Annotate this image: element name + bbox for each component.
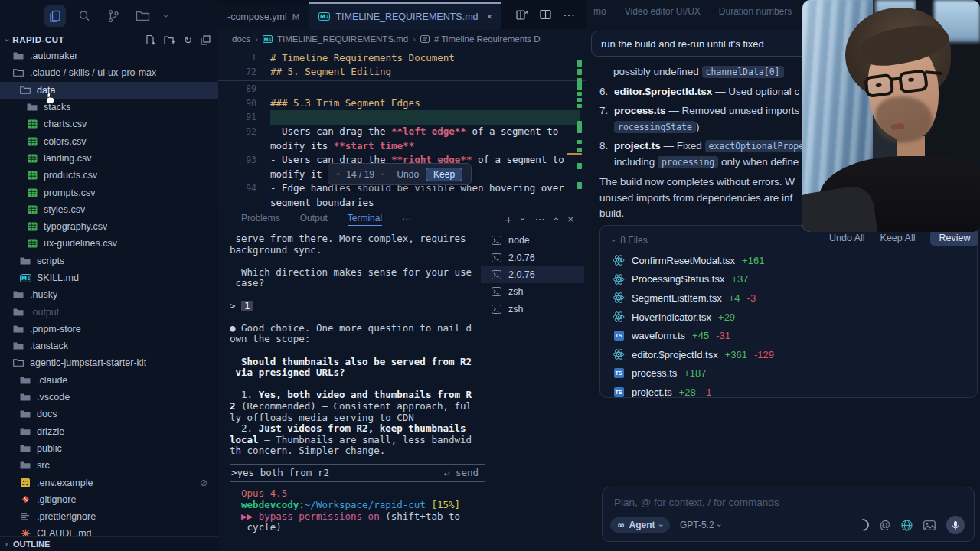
tree-item-automaker[interactable]: .automaker: [0, 47, 218, 64]
tree-item-colors-csv[interactable]: colors.csv: [0, 132, 218, 149]
terminal-session-2-0-76[interactable]: 2.0.76: [481, 266, 584, 283]
breadcrumb[interactable]: docs › M↓ TIMELINE_REQUIREMENTS.md › # T…: [218, 29, 586, 49]
chevron-down-icon[interactable]: ›: [161, 5, 172, 27]
tab-output[interactable]: Output: [300, 213, 328, 225]
image-icon[interactable]: [923, 520, 936, 530]
open-changes-icon[interactable]: [516, 9, 528, 21]
terminal-session-2-0-76[interactable]: 2.0.76: [481, 249, 584, 266]
chat-input-box[interactable]: Plan, @ for context, / for commands ∞ Ag…: [602, 487, 975, 542]
breadcrumb-file[interactable]: TIMELINE_REQUIREMENTS.md: [277, 34, 408, 44]
changed-file-segmentlistitem-tsx[interactable]: SegmentListItem.tsx+4-3: [612, 289, 977, 308]
keep-button[interactable]: Keep: [426, 168, 462, 181]
terminal-output[interactable]: serve from there. More complex, requires…: [230, 233, 485, 533]
tree-item-label: .tanstack: [30, 341, 68, 351]
tree-item-data[interactable]: data: [0, 82, 218, 99]
search-icon[interactable]: [74, 5, 95, 27]
user-message-text: run the build and re-run until it's fixe…: [601, 38, 764, 50]
maximize-panel-icon[interactable]: ›: [550, 217, 561, 220]
more-actions-icon[interactable]: ⋯: [563, 8, 575, 22]
tree-item-prettierignore[interactable]: .prettierignore: [0, 508, 218, 525]
split-editor-icon[interactable]: [540, 9, 551, 20]
outline-label: OUTLINE: [13, 540, 50, 549]
files-count-label: 8 Files: [620, 235, 647, 246]
terminal-session-zsh[interactable]: zsh: [481, 301, 584, 318]
project-header[interactable]: › RAPID-CUT ↻: [6, 32, 211, 47]
undo-all-button[interactable]: Undo All: [829, 233, 865, 243]
chevron-down-icon: ›: [657, 523, 665, 526]
tree-item-src[interactable]: src: [0, 457, 218, 474]
tab-timeline-requirements-md[interactable]: M↓ TIMELINE_REQUIREMENTS.md ×: [309, 2, 501, 29]
tree-item-docs[interactable]: docs: [0, 406, 218, 422]
editor-content[interactable]: 1# Timeline Requirements Document72## 5.…: [218, 49, 586, 207]
outline-section[interactable]: › OUTLINE: [0, 536, 218, 551]
tree-item-charts-csv[interactable]: charts.csv: [0, 116, 218, 132]
chat-tab-more[interactable]: mo: [593, 6, 606, 17]
tree-item-products-csv[interactable]: products.csv: [0, 167, 218, 184]
tab-compose-yml[interactable]: -compose.yml M: [218, 4, 309, 29]
panel-more-icon[interactable]: ⋯: [402, 214, 411, 224]
more-icon[interactable]: ⋯: [534, 214, 544, 225]
changed-file-waveform-ts[interactable]: TSwaveform.ts+45-31: [612, 326, 977, 345]
tree-item-styles-csv[interactable]: styles.csv: [0, 201, 218, 218]
tree-item-ux-guidelines-csv[interactable]: ux-guidelines.csv: [0, 235, 218, 252]
undo-button[interactable]: Undo: [397, 169, 419, 180]
changed-file-project-ts[interactable]: TSproject.ts+28-1: [612, 383, 977, 398]
tree-item-drizzle[interactable]: drizzle: [0, 423, 218, 440]
keep-all-button[interactable]: Keep All: [880, 233, 916, 243]
tree-item-vscode[interactable]: .vscode: [0, 389, 218, 406]
prev-change-icon[interactable]: ›: [334, 173, 342, 175]
breadcrumb-docs[interactable]: docs: [232, 34, 250, 44]
web-icon[interactable]: [901, 520, 913, 531]
tree-item-claude[interactable]: .claude: [0, 372, 218, 389]
terminal-icon: [490, 305, 502, 314]
terminal-input-row[interactable]: > yes both from r2↵ send: [230, 464, 485, 483]
tree-item-public[interactable]: public: [0, 440, 218, 457]
breadcrumb-symbol[interactable]: # Timeline Requirements D: [434, 34, 541, 44]
review-button[interactable]: Review: [930, 230, 978, 246]
tree-item-prompts-csv[interactable]: prompts.csv: [0, 184, 218, 201]
close-icon[interactable]: ×: [487, 11, 493, 22]
changed-file-process-ts[interactable]: TSprocess.ts+187: [612, 364, 977, 383]
tree-item-scripts[interactable]: scripts: [0, 253, 218, 269]
new-terminal-icon[interactable]: +: [505, 213, 512, 226]
changed-file-hoverindicator-tsx[interactable]: HoverIndicator.tsx+29: [612, 308, 977, 327]
collapse-all-icon[interactable]: [201, 35, 211, 45]
tab-problems[interactable]: Problems: [241, 213, 280, 225]
changed-file-processingstatus-tsx[interactable]: ProcessingStatus.tsx+37: [612, 270, 977, 289]
files-icon[interactable]: [44, 5, 66, 27]
tree-item-typography-csv[interactable]: typography.csv: [0, 218, 218, 235]
terminal-session-node[interactable]: node: [481, 232, 584, 249]
refresh-icon[interactable]: ↻: [184, 34, 192, 46]
tree-item-output[interactable]: .output: [0, 303, 218, 320]
close-panel-icon[interactable]: ×: [567, 214, 573, 225]
source-control-icon[interactable]: [103, 5, 124, 27]
tree-item-stacks[interactable]: stacks: [0, 99, 218, 116]
explorer-folder-icon[interactable]: [132, 5, 153, 27]
tree-item-label: .prettierignore: [37, 511, 96, 522]
chat-tab-duration-numbers[interactable]: Duration numbers: [719, 6, 792, 17]
tree-item-claude-md[interactable]: CLAUDE.md: [0, 525, 218, 537]
next-change-icon[interactable]: ›: [378, 173, 387, 175]
tree-item-landing-csv[interactable]: landing.csv: [0, 150, 218, 167]
tree-item-agentic-jumpstart-starter-kit[interactable]: agentic-jumpstart-starter-kit: [0, 354, 218, 371]
changed-file-confirmresetmodal-tsx[interactable]: ConfirmResetModal.tsx+161: [612, 251, 977, 270]
changed-file-editor-projectid-tsx[interactable]: editor.$projectId.tsx+361-129: [612, 345, 977, 364]
tree-item-env-example[interactable]: .env.example⊘: [0, 474, 218, 491]
model-select[interactable]: GPT-5.2 ›: [680, 520, 720, 530]
tree-item-gitignore[interactable]: .gitignore: [0, 491, 218, 508]
send-button[interactable]: ↵ send: [444, 468, 483, 479]
tree-item-pnpm-store[interactable]: .pnpm-store: [0, 321, 218, 337]
mention-icon[interactable]: @: [880, 519, 890, 531]
tree-item-tanstack[interactable]: .tanstack: [0, 337, 218, 354]
tree-item-skill-md[interactable]: M↓SKILL.md: [0, 269, 218, 286]
chat-tab-video-editor[interactable]: Video editor UI/UX: [625, 6, 701, 17]
tree-item-claude-skills-ui-ux-pro-max[interactable]: .claude / skills / ui-ux-pro-max: [0, 64, 218, 81]
tree-item-husky[interactable]: .husky: [0, 286, 218, 303]
agent-mode-select[interactable]: ∞ Agent ›: [610, 517, 670, 533]
new-folder-icon[interactable]: [164, 35, 175, 45]
microphone-icon[interactable]: [946, 516, 965, 534]
terminal-session-zsh[interactable]: zsh: [481, 283, 584, 300]
tab-terminal[interactable]: Terminal: [348, 213, 382, 226]
new-file-icon[interactable]: [145, 34, 155, 45]
terminal-picker-icon[interactable]: ›: [518, 217, 528, 220]
